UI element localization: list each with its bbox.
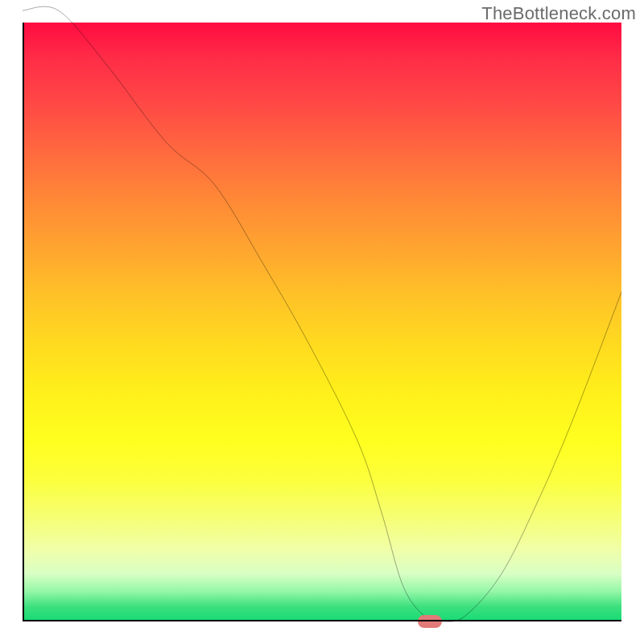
plot-area [23,23,621,621]
bottleneck-chart: TheBottleneck.com [0,0,644,644]
optimal-point-marker [418,615,442,628]
watermark-text: TheBottleneck.com [481,3,636,24]
bottleneck-curve [23,23,621,621]
